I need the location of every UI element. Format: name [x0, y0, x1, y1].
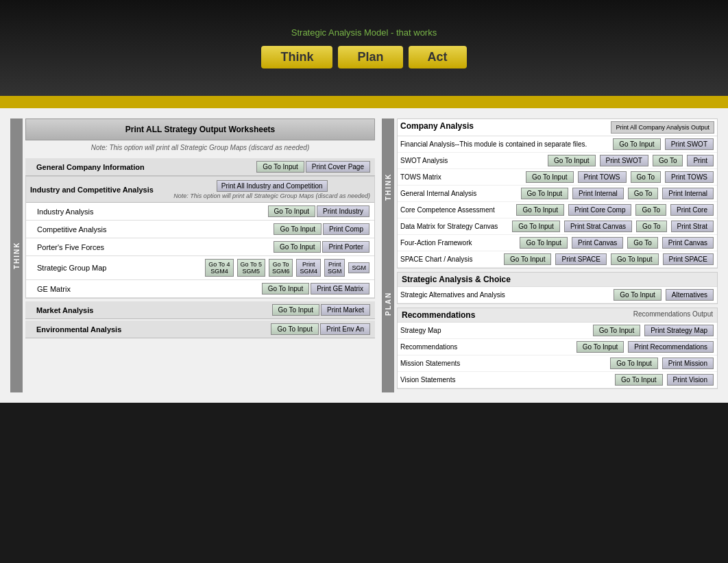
competitive-analysis-goto[interactable]: Go To Input: [274, 223, 321, 235]
yellow-bar: [0, 96, 728, 108]
financial-print[interactable]: Print SWOT: [665, 138, 714, 150]
porters-goto[interactable]: Go To Input: [274, 241, 321, 253]
recommendations-header: Recommendations Recommendations Output: [398, 308, 717, 323]
internal-goto[interactable]: Go To Input: [521, 188, 569, 199]
vision-print[interactable]: Print Vision: [667, 374, 714, 386]
general-company-goto[interactable]: Go To Input: [256, 161, 304, 173]
left-panel: Print ALL Strategy Output Worksheets Not…: [25, 118, 375, 392]
ge-goto[interactable]: Go To Input: [262, 283, 310, 295]
space-print[interactable]: Print SPACE: [555, 253, 607, 265]
strategy-map-goto[interactable]: Go To Input: [593, 325, 641, 336]
tows-label: TOWS Matrix: [400, 173, 522, 181]
recommendations-label: Recommendations: [400, 343, 573, 351]
vision-goto[interactable]: Go To Input: [615, 374, 663, 386]
right-panel-wrapper: THINK PLAN Company Analysis Print All Co…: [382, 118, 718, 392]
company-analysis-section: Company Analysis Print All Company Analy…: [397, 118, 718, 268]
four-action-label: Four-Action Framework: [400, 239, 516, 247]
data-matrix-goto2[interactable]: Go To: [636, 221, 667, 232]
sgm-goto6[interactable]: Go ToSGM6: [269, 259, 293, 277]
left-panel-wrapper: THINK Print ALL Strategy Output Workshee…: [10, 118, 375, 392]
space-goto[interactable]: Go To Input: [504, 253, 552, 265]
recommendations-print[interactable]: Print Recommendations: [628, 341, 714, 353]
core-print2[interactable]: Print Core: [670, 204, 714, 216]
tows-print2[interactable]: Print TOWS: [665, 171, 714, 183]
sgm-goto4[interactable]: Go To 4SGM4: [205, 259, 233, 277]
swot-print2[interactable]: Print: [687, 155, 714, 166]
four-action-goto[interactable]: Go To Input: [520, 237, 568, 249]
market-goto[interactable]: Go To Input: [272, 304, 320, 316]
industry-analysis-goto[interactable]: Go To Input: [268, 205, 316, 217]
market-analysis-label: Market Analysis: [29, 306, 271, 314]
print-all-button[interactable]: Print ALL Strategy Output Worksheets: [25, 118, 375, 140]
print-all-company-btn[interactable]: Print All Company Analysis Output: [611, 121, 714, 134]
strategic-choice-section: Strategic Analysis & Choice Strategic Al…: [397, 272, 718, 304]
data-matrix-print[interactable]: Print Strat Canvas: [564, 221, 632, 232]
internal-print2[interactable]: Print Internal: [662, 188, 714, 199]
vision-row: Vision Statements Go To Input Print Visi…: [398, 372, 717, 388]
core-print[interactable]: Print Core Comp: [568, 204, 631, 216]
internal-label: General Internal Analysis: [400, 190, 518, 197]
company-analysis-header: Company Analysis Print All Company Analy…: [398, 119, 717, 136]
header: Strategic Analysis Model - that works Th…: [0, 0, 728, 96]
four-action-goto2[interactable]: Go To: [627, 237, 658, 249]
strategic-alternatives-label: Strategic Alternatives and Analysis: [400, 291, 610, 299]
tows-row: TOWS Matrix Go To Input Print TOWS Go To…: [398, 169, 717, 186]
data-matrix-goto[interactable]: Go To Input: [512, 221, 560, 232]
tows-goto[interactable]: Go To Input: [526, 171, 574, 183]
market-analysis-row: Market Analysis Go To Input Print Market: [25, 301, 375, 319]
porters-print[interactable]: Print Porter: [322, 241, 369, 253]
think-vertical-right: THINK: [382, 118, 394, 255]
core-competence-row: Core Competence Assessment Go To Input P…: [398, 202, 717, 218]
data-matrix-row: Data Matrix for Strategy Canvas Go To In…: [398, 218, 717, 235]
porters-row: Porter's Five Forces Go To Input Print P…: [26, 238, 374, 256]
strategic-alt-print[interactable]: Alternatives: [666, 289, 714, 301]
sgm-print[interactable]: PrintSGM: [324, 259, 345, 277]
financial-goto[interactable]: Go To Input: [613, 138, 661, 150]
financial-analysis-row: Financial Analysis--This module is conta…: [398, 136, 717, 153]
tows-goto2[interactable]: Go To: [631, 171, 662, 183]
core-goto[interactable]: Go To Input: [516, 204, 564, 216]
ge-print[interactable]: Print GE Matrix: [311, 283, 369, 295]
four-action-print[interactable]: Print Canvas: [572, 237, 623, 249]
sgm-btn[interactable]: SGM: [348, 262, 369, 273]
market-print[interactable]: Print Market: [321, 304, 370, 316]
sgm-goto5[interactable]: Go To 5SGM5: [237, 259, 265, 277]
sgm-print4[interactable]: PrintSGM4: [296, 259, 321, 277]
swot-goto[interactable]: Go To Input: [548, 155, 596, 166]
internal-goto2[interactable]: Go To: [628, 188, 659, 199]
company-analysis-title: Company Analysis: [400, 121, 474, 131]
core-goto2[interactable]: Go To: [635, 204, 666, 216]
industry-analysis-print[interactable]: Print Industry: [317, 205, 369, 217]
print-all-note: Note: This option will print all Strateg…: [25, 144, 375, 151]
data-matrix-print2[interactable]: Print Strat: [671, 221, 714, 232]
industry-section: Industry and Competitive Analysis Print …: [25, 176, 375, 299]
four-action-row: Four-Action Framework Go To Input Print …: [398, 235, 717, 251]
sgm-label: Strategic Group Map: [30, 264, 202, 272]
industry-print-all-button[interactable]: Print All Industry and Competition: [217, 180, 328, 192]
strategy-map-print[interactable]: Print Strategy Map: [644, 325, 714, 336]
mission-row: Mission Statements Go To Input Print Mis…: [398, 355, 717, 372]
tab-act[interactable]: Act: [409, 46, 467, 68]
space-print2[interactable]: Print SPACE: [663, 253, 714, 265]
swot-goto2[interactable]: Go To: [653, 155, 683, 166]
general-company-print[interactable]: Print Cover Page: [306, 161, 370, 173]
industry-header: Industry and Competitive Analysis: [30, 186, 154, 194]
recommendations-goto[interactable]: Go To Input: [577, 341, 624, 353]
sgm-row: Strategic Group Map Go To 4SGM4 Go To 5S…: [26, 256, 374, 280]
tab-plan[interactable]: Plan: [338, 46, 402, 68]
competitive-analysis-print[interactable]: Print Comp: [323, 223, 369, 235]
tab-think[interactable]: Think: [261, 46, 332, 68]
plan-vertical-right: PLAN: [382, 255, 394, 351]
strategy-map-label: Strategy Map: [400, 327, 590, 334]
mission-print[interactable]: Print Mission: [662, 358, 714, 369]
tows-print[interactable]: Print TOWS: [578, 171, 627, 183]
strategic-alt-goto[interactable]: Go To Input: [614, 289, 662, 301]
app-title: Strategic Analysis Model - that works: [291, 27, 437, 38]
swot-print[interactable]: Print SWOT: [600, 155, 648, 166]
environmental-goto[interactable]: Go To Input: [271, 323, 319, 335]
space-goto2[interactable]: Go To Input: [611, 253, 659, 265]
internal-print[interactable]: Print Internal: [572, 188, 624, 199]
environmental-print[interactable]: Print Env An: [320, 323, 370, 335]
four-action-print2[interactable]: Print Canvas: [662, 237, 714, 249]
mission-goto[interactable]: Go To Input: [610, 358, 658, 369]
